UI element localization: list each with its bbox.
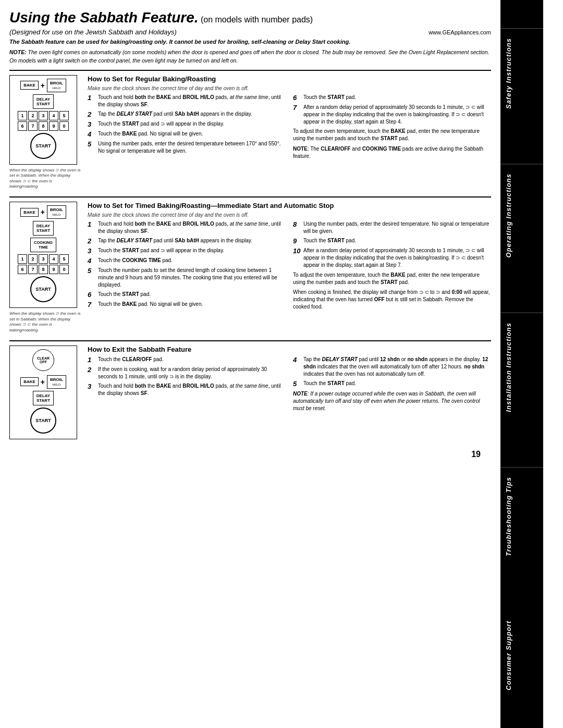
delay-start-btn: DELAYSTART	[33, 94, 54, 109]
intro-note: NOTE: The oven light comes on automatica…	[9, 48, 491, 64]
note-s3: NOTE: If a power outage occurred while t…	[293, 390, 491, 412]
broil-btn-2: BROILHI/LO	[47, 205, 66, 219]
section2-left: BAKE + BROILHI/LO DELAYSTART COOKINGTIME…	[9, 202, 82, 333]
section1-left-steps: 1 Touch and hold both the BAKE and BROIL…	[88, 94, 286, 160]
step-item: 5 Using the number pads, enter the desir…	[88, 140, 286, 155]
step-item: 6 Touch the START pad.	[88, 291, 286, 299]
step-item: 2 Tap the DELAY START pad until SAb bAtH…	[88, 110, 286, 118]
oven-diagram-3: CLEAROFF BAKE + BROILHI/LO DELAYSTART ST…	[9, 346, 77, 439]
section2-left-steps: 1 Touch and hold both the BAKE and BROIL…	[88, 220, 286, 311]
step-item: 1 Touch and hold both the BAKE and BROIL…	[88, 94, 286, 108]
bake-btn: BAKE	[20, 81, 39, 90]
step-item: 3 Touch the START pad and ⊃ will appear …	[88, 120, 286, 128]
cooking-time-btn: COOKINGTIME	[30, 238, 56, 252]
note1: To adjust the oven temperature, touch th…	[293, 128, 491, 142]
section3-title: How to Exit the Sabbath Feature	[88, 346, 491, 353]
section1-title: How to Set for Regular Baking/Roasting	[88, 75, 491, 83]
page-title: Using the Sabbath Feature. (on models wi…	[9, 9, 491, 26]
step-item: 7 After a random delay period of approxi…	[293, 104, 491, 126]
section1-subtitle: Make sure the clock shows the correct ti…	[88, 85, 491, 91]
step-item: 1 Touch and hold both the BAKE and BROIL…	[88, 220, 286, 235]
section-timed-baking: BAKE + BROILHI/LO DELAYSTART COOKINGTIME…	[9, 196, 491, 333]
bake-btn-2: BAKE	[20, 208, 39, 217]
step-item: 4 Touch the BAKE pad. No signal will be …	[88, 130, 286, 138]
broil-btn-3: BROILHI/LO	[47, 375, 66, 389]
section-exit-sabbath: CLEAROFF BAKE + BROILHI/LO DELAYSTART ST…	[9, 340, 491, 442]
step-item: 2 Tap the DELAY START pad until SAb bAtH…	[88, 237, 286, 245]
note-s2-2: When cooking is finished, the display wi…	[293, 289, 491, 311]
start-btn-3: START	[30, 408, 56, 434]
diagram1-caption: When the display shows ⊃ the oven is set…	[9, 168, 82, 190]
bake-btn-3: BAKE	[20, 377, 39, 386]
delay-start-btn-3: DELAYSTART	[33, 391, 54, 405]
intro-bold: The Sabbath feature can be used for baki…	[9, 38, 491, 46]
note-s2-1: To adjust the oven temperature, touch th…	[293, 272, 491, 286]
step-item: 2 If the oven is cooking, wait for a ran…	[88, 366, 286, 380]
sidebar: Safety Instructions Operating Instructio…	[500, 0, 543, 728]
page-wrapper: Using the Sabbath Feature. (on models wi…	[0, 0, 563, 728]
step-item: 1 Touch the CLEAR/OFF pad.	[88, 356, 286, 364]
step-item: 4 Touch the COOKING TIME pad.	[88, 257, 286, 265]
sidebar-consumer: Consumer Support	[500, 611, 543, 700]
sidebar-operating: Operating Instructions	[500, 164, 543, 267]
sidebar-installation: Installation Instructions	[500, 313, 543, 422]
sidebar-safety: Safety Instructions	[500, 28, 543, 118]
page-number-area: 19	[9, 450, 491, 459]
section2-title: How to Set for Timed Baking/Roasting—Imm…	[88, 202, 491, 209]
section3-right-steps: 4 Tap the DELAY START pad until 12 shdn …	[293, 356, 491, 412]
page-number: 19	[471, 450, 481, 459]
section1-right-steps: 6 Touch the START pad. 7 After a random …	[293, 94, 491, 160]
main-content: Using the Sabbath Feature. (on models wi…	[0, 0, 500, 728]
step-item: 5 Touch the number pads to set the desir…	[88, 267, 286, 289]
clear-off-btn: CLEAROFF	[32, 349, 54, 371]
step-item: 10 After a random delay period of approx…	[293, 247, 491, 269]
start-btn-1: START	[30, 133, 56, 159]
section2-right: How to Set for Timed Baking/Roasting—Imm…	[88, 202, 491, 333]
start-btn-2: START	[30, 276, 56, 302]
broil-btn: BROILHI/LO	[47, 79, 66, 92]
subtitle: (Designed for use on the Jewish Sabbath …	[9, 28, 177, 36]
step-item: 4 Tap the DELAY START pad until 12 shdn …	[293, 356, 491, 378]
section1-right: How to Set for Regular Baking/Roasting M…	[88, 75, 491, 190]
section1-left: BAKE + BROILHI/LO DELAYSTART 1 2 3 4 5	[9, 75, 82, 190]
note2: NOTE: The CLEAR/OFF and COOKING TIME pad…	[293, 145, 491, 160]
delay-start-btn-2: DELAYSTART	[33, 221, 54, 236]
section2-right-steps: 8 Using the number pads, enter the desir…	[293, 220, 491, 311]
step-item: 8 Using the number pads, enter the desir…	[293, 220, 491, 235]
step-item: 7 Touch the BAKE pad. No signal will be …	[88, 301, 286, 309]
oven-diagram-2: BAKE + BROILHI/LO DELAYSTART COOKINGTIME…	[9, 202, 77, 308]
section2-subtitle: Make sure the clock shows the correct ti…	[88, 212, 491, 218]
step-item: 3 Touch and hold both the BAKE and BROIL…	[88, 382, 286, 397]
section3-left-steps: 1 Touch the CLEAR/OFF pad. 2 If the oven…	[88, 356, 286, 412]
step-item: 5 Touch the START pad.	[293, 380, 491, 388]
sidebar-troubleshooting: Troubleshooting Tips	[500, 467, 543, 565]
section3-left: CLEAROFF BAKE + BROILHI/LO DELAYSTART ST…	[9, 346, 82, 442]
website: www.GEAppliances.com	[429, 29, 491, 35]
step-item: 6 Touch the START pad.	[293, 94, 491, 102]
section-regular-baking: BAKE + BROILHI/LO DELAYSTART 1 2 3 4 5	[9, 70, 491, 190]
oven-diagram-1: BAKE + BROILHI/LO DELAYSTART 1 2 3 4 5	[9, 75, 77, 165]
step-item: 3 Touch the START pad and ⊃ will appear …	[88, 247, 286, 255]
step-item: 9 Touch the START pad.	[293, 237, 491, 245]
diagram2-caption: When the display shows ⊃ the oven is set…	[9, 311, 82, 333]
section3-right: How to Exit the Sabbath Feature 1 Touch …	[88, 346, 491, 442]
